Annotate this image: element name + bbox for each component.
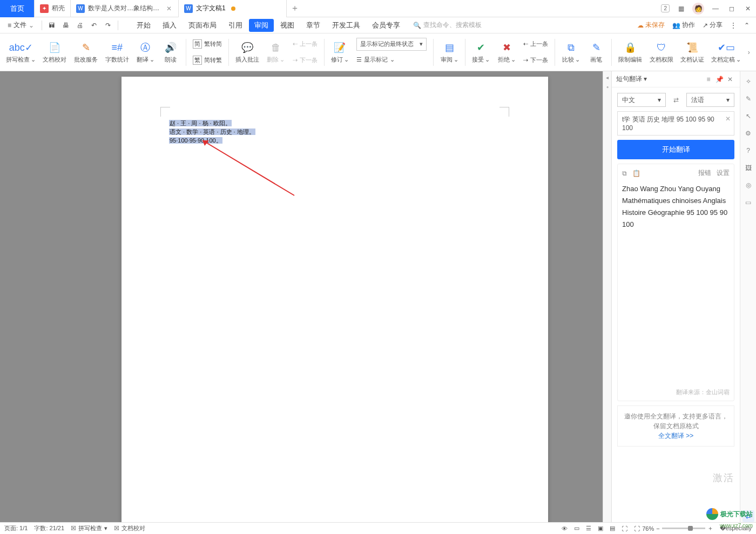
- selected-text[interactable]: 赵 · 王 · 周 · 杨 · 欧阳。 语文 · 数学 · 英语 · 历史 · …: [169, 119, 255, 145]
- gutter-dot-icon[interactable]: ∘: [606, 84, 609, 90]
- target-language-select[interactable]: 法语▾: [686, 93, 735, 107]
- minimize-button[interactable]: —: [708, 2, 723, 16]
- panel-settings-link[interactable]: 设置: [717, 168, 730, 178]
- view-web-icon[interactable]: ▤: [610, 525, 615, 532]
- new-tab-button[interactable]: ＋: [287, 0, 303, 17]
- status-wordcount[interactable]: 字数: 21/21: [34, 524, 64, 532]
- file-menu[interactable]: ≡文件⌄: [3, 19, 38, 32]
- notification-badge[interactable]: 2: [661, 4, 670, 12]
- side-select-icon[interactable]: ↖: [742, 110, 754, 122]
- show-markup-button[interactable]: ☰ 显示标记 ⌄: [356, 53, 427, 67]
- status-eye-icon[interactable]: 👁: [562, 525, 568, 532]
- proofread-button[interactable]: 📄文档校对: [40, 36, 70, 69]
- spellcheck-button[interactable]: abc✓拼写检查 ⌄: [3, 36, 39, 69]
- panel-close-icon[interactable]: ✕: [725, 76, 735, 83]
- zoom-level[interactable]: 76%: [642, 525, 654, 532]
- panel-pin-icon[interactable]: 📌: [714, 76, 725, 83]
- status-spellcheck[interactable]: ☒ 拼写检查 ▾: [71, 524, 107, 532]
- zoom-in-button[interactable]: ＋: [707, 524, 713, 532]
- prev-change-button[interactable]: ⇠ 上一条: [523, 37, 548, 51]
- translation-result[interactable]: Zhao Wang Zhou Yang Ouyang Mathématiques…: [622, 183, 730, 388]
- document-viewport[interactable]: 赵 · 王 · 周 · 杨 · 欧阳。 语文 · 数学 · 英语 · 历史 · …: [0, 71, 603, 522]
- source-language-select[interactable]: 中文▾: [617, 93, 666, 107]
- doc-auth-button[interactable]: 📜文档认证: [677, 36, 707, 69]
- collapse-ribbon-button[interactable]: ⌃: [741, 22, 753, 29]
- undo-icon[interactable]: ↶: [87, 19, 100, 32]
- side-help-icon[interactable]: ?: [742, 145, 754, 157]
- panel-menu-icon[interactable]: ≡: [703, 76, 714, 83]
- gutter-toggle-icon[interactable]: ◂: [606, 75, 609, 80]
- share-button[interactable]: ↗分享: [699, 21, 726, 30]
- translate-button[interactable]: Ⓐ翻译 ⌄: [133, 36, 158, 69]
- document-page[interactable]: 赵 · 王 · 周 · 杨 · 欧阳。 语文 · 数学 · 英语 · 历史 · …: [122, 77, 548, 522]
- clear-source-icon[interactable]: ✕: [725, 115, 731, 123]
- zoom-control[interactable]: ⛶ 76% − ＋: [634, 524, 713, 532]
- side-image-icon[interactable]: 🖼: [742, 162, 754, 174]
- tab-doc-math[interactable]: W 数学是人类对…象结构与模式 ✕: [71, 0, 179, 17]
- compare-button[interactable]: ⧉比较 ⌄: [558, 36, 583, 69]
- maximize-button[interactable]: ◻: [725, 2, 739, 16]
- print-icon[interactable]: 🖶: [59, 19, 72, 32]
- side-pen-icon[interactable]: ✎: [742, 93, 754, 105]
- collab-button[interactable]: 👥协作: [669, 21, 698, 30]
- side-settings-icon[interactable]: ⚙: [742, 127, 754, 139]
- view-outline-icon[interactable]: ☰: [586, 525, 591, 532]
- prev-comment-button[interactable]: ⇠ 上一条: [293, 37, 318, 51]
- swap-languages-button[interactable]: ⇄: [669, 93, 683, 107]
- apps-icon[interactable]: ▦: [674, 2, 688, 16]
- unsaved-button[interactable]: ☁未保存: [634, 21, 668, 30]
- tab-home[interactable]: 首页: [0, 0, 35, 17]
- doc-permission-button[interactable]: 🛡文档权限: [646, 36, 677, 69]
- batch-review-button[interactable]: ✎批改服务: [71, 36, 101, 69]
- wordcount-button[interactable]: ≡#字数统计: [102, 36, 132, 69]
- translate-now-button[interactable]: 开始翻译: [617, 140, 734, 159]
- paste-icon[interactable]: 📋: [632, 170, 640, 177]
- more-menu[interactable]: ⋮: [727, 22, 740, 29]
- status-page[interactable]: 页面: 1/1: [4, 524, 28, 532]
- side-sparkle-icon[interactable]: ✧: [742, 76, 754, 87]
- full-translate-link[interactable]: 全文翻译 >>: [658, 432, 693, 440]
- new-comment-button[interactable]: 💬插入批注: [232, 36, 262, 69]
- next-change-button[interactable]: ⇢ 下一条: [523, 53, 548, 67]
- menu-start[interactable]: 开始: [131, 19, 156, 32]
- delete-comment-button[interactable]: 🗑删除 ⌄: [264, 36, 288, 69]
- zoom-fit-icon[interactable]: ⛶: [634, 525, 640, 532]
- read-aloud-button[interactable]: 🔊朗读: [159, 36, 183, 69]
- side-book-icon[interactable]: ▭: [742, 197, 754, 208]
- close-icon[interactable]: ✕: [166, 5, 173, 12]
- simp-to-trad-button[interactable]: 繁简转繁: [193, 53, 222, 67]
- markup-display-combo[interactable]: 显示标记的最终状态▾: [356, 38, 427, 51]
- accept-button[interactable]: ✔接受 ⌄: [469, 36, 494, 69]
- restrict-edit-button[interactable]: 🔒限制编辑: [615, 36, 645, 69]
- avatar[interactable]: 🧑: [692, 3, 704, 15]
- menu-layout[interactable]: 页面布局: [183, 19, 222, 32]
- close-button[interactable]: ✕: [741, 2, 755, 16]
- copy-icon[interactable]: ⧉: [622, 170, 627, 177]
- menu-member[interactable]: 会员专享: [367, 19, 406, 32]
- menu-review[interactable]: 审阅: [249, 19, 274, 32]
- source-text-box[interactable]: t学 英语 历史 地理 95 100 95 90 100 ✕: [617, 111, 734, 136]
- print-preview-icon[interactable]: 🖨: [73, 19, 86, 32]
- save-icon[interactable]: 🖬: [45, 19, 58, 32]
- doc-final-button[interactable]: ✔▭文档定稿 ⌄: [708, 36, 744, 69]
- report-error-link[interactable]: 报错: [698, 168, 711, 178]
- status-proofread[interactable]: ☒ 文档校对: [114, 524, 145, 532]
- view-fullscreen-icon[interactable]: ⛶: [622, 525, 627, 532]
- ribbon-scroll-right[interactable]: ›: [745, 49, 753, 56]
- redo-icon[interactable]: ↷: [102, 19, 114, 32]
- view-print-layout-icon[interactable]: ▭: [574, 525, 579, 532]
- next-comment-button[interactable]: ⇢ 下一条: [293, 53, 318, 67]
- tab-daoke[interactable]: ✦ 稻壳: [35, 0, 71, 17]
- reject-button[interactable]: ✖拒绝 ⌄: [495, 36, 519, 69]
- zoom-slider[interactable]: [662, 528, 705, 529]
- menu-references[interactable]: 引用: [223, 19, 248, 32]
- command-search[interactable]: 🔍 查找命令、搜索模板: [413, 21, 482, 30]
- ink-button[interactable]: ✎画笔: [584, 36, 608, 69]
- tab-doc-current[interactable]: W 文字文稿1: [179, 0, 287, 17]
- menu-insert[interactable]: 插入: [157, 19, 182, 32]
- review-pane-button[interactable]: ▤审阅 ⌄: [437, 36, 462, 69]
- side-target-icon[interactable]: ◎: [742, 179, 754, 191]
- view-reading-icon[interactable]: ▣: [598, 525, 603, 532]
- trad-to-simp-button[interactable]: 简繁转简: [193, 37, 222, 51]
- menu-view[interactable]: 视图: [275, 19, 300, 32]
